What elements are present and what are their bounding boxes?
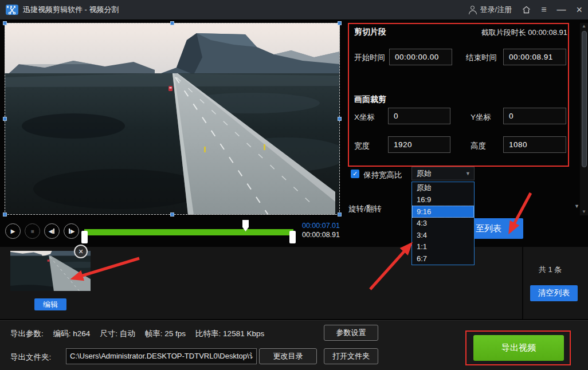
clip-list-area: × 编辑 共 1 条 清空列表 (0, 247, 588, 319)
export-bar: 导出参数: 编码: h264 尺寸: 自动 帧率: 25 fps 比特率: 12… (0, 320, 588, 370)
crop-height-label: 高度 (471, 141, 486, 151)
fps-value: 帧率: 25 fps (145, 329, 186, 339)
edit-clip-label: 编辑 (43, 300, 58, 310)
list-divider (522, 247, 523, 319)
login-register-button[interactable]: 登录/注册 (469, 5, 512, 15)
aspect-option-16-9[interactable]: 16:9 (412, 194, 474, 206)
crop-handle-sw[interactable] (3, 212, 7, 217)
crop-height-value: 1080 (509, 140, 527, 149)
aspect-selected-value: 原始 (417, 168, 432, 179)
export-folder-path[interactable]: C:\Users\Administrator.DESKTOP-TDTVRL0\D… (66, 348, 257, 364)
clear-list-label: 清空列表 (538, 288, 570, 298)
aspect-option-9-16[interactable]: 9:16 (412, 206, 474, 218)
open-folder-button[interactable]: 打开文件夹 (324, 348, 378, 364)
crop-handle-n[interactable] (170, 21, 174, 25)
crop-height-input[interactable]: 1080 (503, 136, 566, 153)
prev-frame-button[interactable]: ◀ (44, 223, 60, 239)
title-bar: 迅捷视频剪辑软件 - 视频分割 登录/注册 ≡ — × (0, 0, 588, 19)
home-icon[interactable] (522, 6, 531, 14)
clip-count: 共 1 条 (516, 265, 585, 275)
crop-width-label: 宽度 (354, 141, 370, 151)
scroll-down-icon[interactable]: ▼ (580, 208, 588, 215)
keep-aspect-checkbox[interactable]: ✓ (351, 170, 359, 178)
param-settings-label: 参数设置 (336, 328, 366, 338)
scroll-up-icon[interactable]: ▲ (580, 23, 588, 30)
next-frame-button[interactable]: ▶ (64, 223, 79, 239)
export-params-label: 导出参数: (10, 329, 44, 339)
app-window: 迅捷视频剪辑软件 - 视频分割 登录/注册 ≡ — × (0, 0, 588, 370)
crop-handle-nw[interactable] (3, 21, 7, 25)
crop-x-input[interactable]: 0 (388, 108, 450, 124)
open-folder-label: 打开文件夹 (332, 351, 370, 361)
add-to-list-label: 至列表 (476, 223, 501, 234)
close-icon: × (79, 247, 83, 256)
trim-timeline[interactable] (84, 229, 293, 235)
end-time-label: 结束时间 (466, 53, 497, 63)
crop-handle-w[interactable] (3, 117, 7, 121)
aspect-option-original[interactable]: 原始 (412, 182, 474, 194)
window-title: 迅捷视频剪辑软件 - 视频分割 (23, 5, 119, 15)
crop-handle-s[interactable] (170, 212, 174, 217)
crop-handle-e[interactable] (338, 117, 342, 121)
stop-icon: ■ (30, 228, 34, 234)
aspect-option-3-4[interactable]: 3:4 (412, 229, 474, 241)
segment-duration-value: 00:00:08.91 (528, 28, 567, 37)
bitrate-value: 比特率: 12581 Kbps (195, 329, 264, 339)
minimize-button[interactable]: — (556, 5, 566, 14)
edit-clip-button[interactable]: 编辑 (34, 298, 66, 310)
crop-x-label: X坐标 (354, 112, 375, 123)
size-value: 尺寸: 自动 (100, 329, 135, 339)
aspect-option-1-1[interactable]: 1:1 (412, 241, 474, 253)
crop-title: 画面裁剪 (354, 95, 386, 105)
change-dir-button[interactable]: 更改目录 (259, 348, 317, 364)
chevron-down-icon: ▼ (465, 171, 471, 176)
crop-width-input[interactable]: 1920 (388, 136, 450, 153)
keep-aspect-label: 保持宽高比 (363, 170, 402, 180)
aspect-option-6-7[interactable]: 6:7 (412, 253, 474, 265)
start-time-label: 开始时间 (354, 53, 385, 63)
param-settings-button[interactable]: 参数设置 (324, 325, 378, 341)
codec-value: 编码: h264 (53, 329, 91, 339)
folder-path-value: C:\Users\Administrator.DESKTOP-TDTVRL0\D… (70, 351, 257, 361)
video-preview[interactable] (5, 23, 340, 215)
cut-segment-title: 剪切片段 (354, 27, 386, 37)
export-params: 导出参数: 编码: h264 尺寸: 自动 帧率: 25 fps 比特率: 12… (10, 329, 264, 339)
crop-y-value: 0 (509, 112, 513, 120)
crop-handle-se[interactable] (338, 212, 342, 217)
rotate-chevron-down-icon[interactable]: ▼ (574, 203, 579, 209)
crop-y-input[interactable]: 0 (503, 108, 566, 124)
user-icon (469, 6, 477, 14)
export-video-button[interactable]: 导出视频 (473, 335, 564, 361)
login-register-label: 登录/注册 (480, 5, 512, 15)
export-folder-label: 导出文件夹: (10, 352, 51, 363)
crop-width-value: 1920 (394, 140, 412, 149)
current-time: 00:00:07.01 (302, 222, 340, 230)
scrollbar-thumb[interactable] (582, 31, 587, 167)
change-dir-label: 更改目录 (273, 351, 303, 361)
prev-frame-icon: ◀ (49, 228, 53, 234)
export-video-label: 导出视频 (501, 343, 536, 353)
menu-icon[interactable]: ≡ (541, 5, 546, 14)
play-button[interactable]: ▶ (5, 223, 21, 239)
aspect-ratio-dropdown: 原始 16:9 9:16 4:3 3:4 1:1 6:7 (411, 182, 475, 265)
segment-duration-label: 截取片段时长 (481, 28, 526, 37)
crop-handle-ne[interactable] (338, 21, 342, 25)
clear-list-button[interactable]: 清空列表 (530, 285, 578, 301)
panel-scrollbar[interactable]: ▲ ▼ (580, 23, 588, 215)
trim-end-handle[interactable] (289, 231, 296, 243)
aspect-option-4-3[interactable]: 4:3 (412, 218, 474, 230)
next-frame-icon: ▶ (70, 228, 75, 234)
trim-start-handle[interactable] (81, 231, 88, 243)
video-frame (5, 23, 340, 215)
total-time: 00:00:08.91 (302, 231, 340, 239)
crop-x-value: 0 (394, 112, 398, 120)
end-time-input[interactable]: 00:00:08.91 (503, 49, 566, 65)
play-icon: ▶ (11, 228, 15, 234)
rotate-flip-label: 旋转/翻转 (348, 204, 382, 214)
start-time-input[interactable]: 00:00:00.00 (389, 49, 452, 65)
app-logo-icon (6, 5, 18, 15)
stop-button[interactable]: ■ (25, 223, 40, 239)
remove-clip-button[interactable]: × (74, 245, 88, 258)
close-button[interactable]: × (576, 5, 582, 14)
aspect-ratio-select[interactable]: 原始 ▼ (411, 167, 475, 180)
